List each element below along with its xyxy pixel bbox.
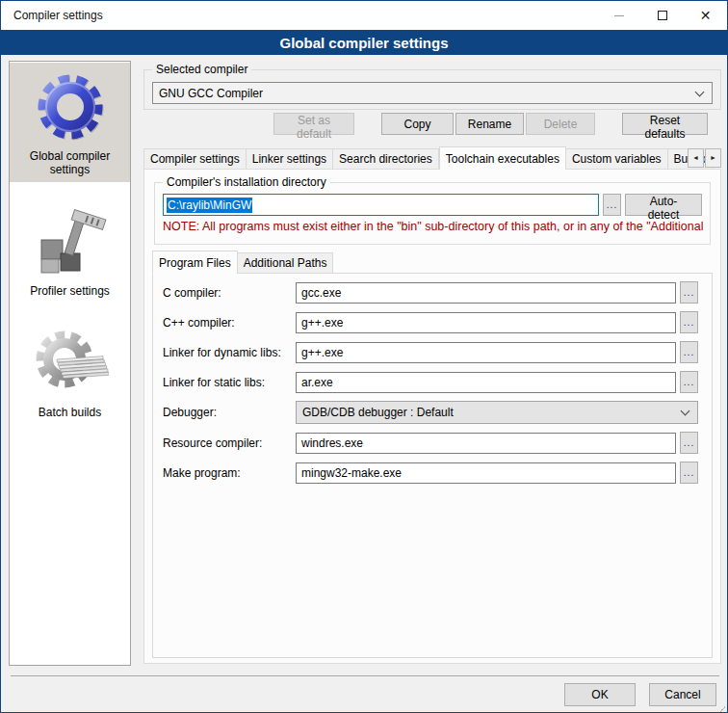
static-linker-value: ar.exe (301, 376, 333, 389)
cpp-compiler-value: g++.exe (301, 316, 343, 330)
installation-directory-browse-button[interactable]: ... (603, 194, 621, 216)
auto-detect-button[interactable]: Auto-detect (625, 194, 702, 216)
delete-button: Delete (526, 113, 595, 135)
reset-defaults-button[interactable]: Reset defaults (622, 113, 708, 135)
resource-compiler-label: Resource compiler: (163, 436, 296, 450)
footer-divider (11, 675, 719, 676)
settings-category-sidebar: Global compiler settings (9, 61, 131, 666)
form-row-dynamic-linker: Linker for dynamic libs: g++.exe ... (163, 341, 698, 363)
minimize-button[interactable] (597, 1, 640, 30)
form-row-resource-compiler: Resource compiler: windres.exe ... (163, 432, 698, 454)
c-compiler-value: gcc.exe (301, 286, 341, 300)
c-compiler-browse-button[interactable]: ... (680, 281, 698, 304)
close-button[interactable]: ✕ (684, 1, 727, 30)
tab-linker-settings[interactable]: Linker settings (247, 148, 333, 170)
make-program-input[interactable]: mingw32-make.exe (296, 462, 676, 484)
dynamic-linker-value: g++.exe (301, 346, 343, 359)
resource-compiler-browse-button[interactable]: ... (680, 432, 698, 454)
tab-program-files[interactable]: Program Files (152, 251, 238, 275)
form-row-cpp-compiler: C++ compiler: g++.exe ... (163, 311, 698, 333)
minimize-icon (614, 15, 624, 16)
installation-directory-group: Compiler's installation directory C:\ray… (154, 182, 711, 245)
installation-directory-legend: Compiler's installation directory (163, 175, 330, 189)
cpp-compiler-browse-button[interactable]: ... (680, 311, 698, 333)
dynamic-linker-input[interactable]: g++.exe (296, 342, 676, 363)
titlebar: Compiler settings ✕ (1, 1, 727, 30)
dialog-client-area: Global compiler settings (1, 55, 727, 712)
c-compiler-label: C compiler: (163, 286, 296, 300)
rename-button[interactable]: Rename (455, 113, 524, 135)
debugger-select[interactable]: GDB/CDB debugger : Default (296, 401, 698, 424)
set-as-default-button: Set as default (273, 113, 354, 135)
sidebar-item-batch-builds[interactable]: Batch builds (10, 319, 130, 425)
tab-custom-variables[interactable]: Custom variables (566, 148, 668, 170)
caption-buttons: ✕ (597, 1, 727, 30)
blue-gear-icon (32, 68, 109, 145)
cpp-compiler-input[interactable]: g++.exe (296, 312, 676, 333)
debugger-select-value: GDB/CDB debugger : Default (302, 406, 676, 419)
tab-additional-paths[interactable]: Additional Paths (238, 252, 334, 274)
static-linker-input[interactable]: ar.exe (296, 372, 676, 393)
tab-scroll-left-button[interactable]: ◄ (688, 148, 704, 168)
scroll-right-icon: ► (710, 154, 716, 161)
installation-directory-row: C:\raylib\MinGW ... Auto-detect (163, 194, 702, 216)
cpp-compiler-label: C++ compiler: (163, 316, 296, 330)
static-linker-browse-button[interactable]: ... (680, 371, 698, 393)
gray-gear-stack-icon (32, 325, 109, 402)
caliper-icon (32, 203, 109, 280)
program-files-tab-bar: Program Files Additional Paths (152, 250, 333, 274)
form-row-make-program: Make program: mingw32-make.exe ... (163, 462, 698, 484)
tab-compiler-settings[interactable]: Compiler settings (143, 148, 247, 170)
maximize-button[interactable] (640, 1, 684, 30)
sidebar-item-profiler-settings[interactable]: Profiler settings (10, 198, 130, 304)
sidebar-item-label: Batch builds (12, 406, 128, 419)
toolchain-executables-panel: Compiler's installation directory C:\ray… (143, 169, 721, 664)
dynamic-linker-label: Linker for dynamic libs: (163, 346, 296, 359)
installation-directory-value: C:\raylib\MinGW (167, 198, 252, 213)
make-program-browse-button[interactable]: ... (680, 462, 698, 484)
form-row-debugger: Debugger: GDB/CDB debugger : Default (163, 401, 698, 423)
compiler-action-row: Set as default Copy Rename Delete Reset … (143, 113, 721, 135)
installation-directory-input[interactable]: C:\raylib\MinGW (163, 194, 599, 216)
settings-tab-bar: Compiler settings Linker settings Search… (143, 145, 721, 170)
form-row-c-compiler: C compiler: gcc.exe ... (163, 281, 698, 304)
compiler-settings-dialog: Compiler settings ✕ Global compiler sett… (0, 0, 728, 713)
dynamic-linker-browse-button[interactable]: ... (680, 341, 698, 363)
program-files-panel: C compiler: gcc.exe ... C++ compiler: g+… (152, 273, 713, 658)
sidebar-item-label: Profiler settings (12, 284, 128, 298)
tab-scroll-right-button[interactable]: ► (705, 148, 721, 168)
chevron-down-icon (681, 406, 690, 415)
installation-directory-note: NOTE: All programs must exist either in … (163, 220, 708, 233)
copy-button[interactable]: Copy (381, 113, 454, 135)
close-icon: ✕ (700, 9, 712, 22)
tab-search-directories[interactable]: Search directories (333, 148, 439, 170)
resource-compiler-input[interactable]: windres.exe (296, 433, 676, 454)
make-program-value: mingw32-make.exe (301, 466, 402, 480)
selected-compiler-group: Selected compiler GNU GCC Compiler (143, 69, 721, 110)
resource-compiler-value: windres.exe (301, 436, 363, 450)
scroll-left-icon: ◄ (692, 154, 699, 161)
window-title: Compiler settings (1, 9, 103, 22)
tab-scrollers: ◄ ► (687, 148, 721, 168)
c-compiler-input[interactable]: gcc.exe (296, 282, 676, 304)
resize-grip[interactable] (714, 706, 725, 713)
chevron-down-icon (695, 87, 705, 96)
make-program-label: Make program: (163, 466, 296, 480)
tab-toolchain-executables[interactable]: Toolchain executables (439, 146, 566, 170)
selected-compiler-legend: Selected compiler (152, 63, 251, 76)
form-row-static-linker: Linker for static libs: ar.exe ... (163, 371, 698, 393)
compiler-select[interactable]: GNU GCC Compiler (152, 82, 713, 104)
sidebar-item-global-compiler-settings[interactable]: Global compiler settings (10, 63, 130, 182)
maximize-icon (658, 11, 667, 20)
debugger-label: Debugger: (163, 406, 296, 419)
compiler-select-value: GNU GCC Compiler (159, 87, 690, 100)
static-linker-label: Linker for static libs: (163, 376, 296, 389)
cancel-button[interactable]: Cancel (649, 683, 716, 706)
page-title: Global compiler settings (1, 30, 727, 55)
ok-button[interactable]: OK (564, 683, 636, 706)
sidebar-item-label: Global compiler settings (12, 149, 128, 176)
